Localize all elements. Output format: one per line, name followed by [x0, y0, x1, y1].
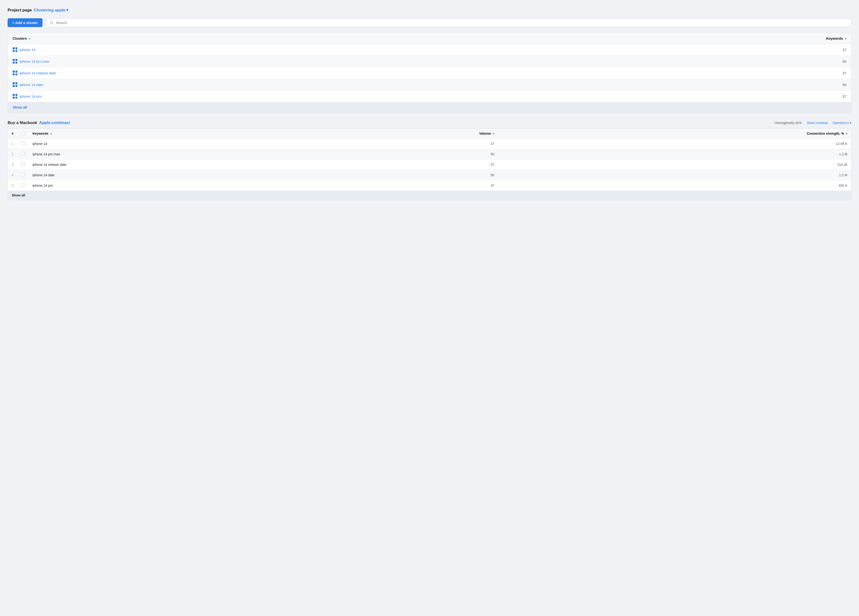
keyword-volume-cell: 37 — [332, 139, 498, 149]
cluster-table-row: iphone 14 pro 37 — [8, 91, 851, 102]
show-metatop-button[interactable]: Show metatop — [806, 121, 828, 125]
section-title: Buy a Macbook Apple.com/mac/ — [8, 120, 70, 125]
keyword-row-num: 3 — [8, 159, 17, 170]
search-box — [46, 19, 851, 27]
keyword-row-checkbox-cell[interactable] — [17, 180, 29, 191]
keyword-table-row: 3 iphone 14 release date 37 210.35 — [8, 159, 851, 170]
section-meta: Homogeneity 41% Show metatop Operations … — [775, 121, 851, 125]
section-header: Buy a Macbook Apple.com/mac/ Homogeneity… — [8, 119, 851, 125]
section-page-link[interactable]: Apple.com/mac/ — [39, 120, 70, 125]
clusters-show-all-row[interactable]: Show all — [8, 102, 851, 113]
col-volume-header[interactable]: Volume ▾ — [332, 128, 498, 139]
keyword-row-num: 1 — [8, 139, 17, 149]
keyword-row-num: 5 — [8, 180, 17, 191]
select-all-checkbox[interactable] — [21, 131, 25, 135]
keyword-name-cell: iphone 14 — [29, 139, 332, 149]
cluster-keywords-count: 50 — [547, 56, 851, 67]
keyword-name-cell: iphone 14 pro max — [29, 149, 332, 159]
keyword-connection-cell: 210.35 — [498, 159, 851, 170]
conn-sort-arrow-icon: ▾ — [846, 132, 847, 135]
col-num-header: # — [8, 128, 17, 139]
cluster-table-row: iphone 14 release date 37 — [8, 67, 851, 79]
project-name-text: Clustering apple — [34, 8, 65, 13]
clusters-show-all-cell[interactable]: Show all — [8, 102, 851, 113]
col-checkbox-header[interactable] — [17, 128, 29, 139]
keyword-connection-cell: 1.2 M — [498, 170, 851, 180]
cluster-icon — [12, 59, 17, 64]
keyword-checkbox[interactable] — [21, 141, 25, 145]
section-static-label: Buy a Macbook — [8, 120, 37, 125]
clusters-table: Clusters ▾ Keywords ▾ iphone 14 37 — [8, 33, 851, 113]
cluster-keywords-count: 37 — [547, 67, 851, 79]
page-header-static: Project page — [8, 8, 32, 13]
cluster-icon — [12, 70, 17, 75]
keyword-checkbox[interactable] — [21, 162, 25, 166]
operations-label: Operations — [832, 121, 849, 125]
keyword-connection-cell: 450 K — [498, 180, 851, 191]
keyword-table-row: 5 iphone 14 pro 37 450 K — [8, 180, 851, 191]
keyword-volume-cell: 50 — [332, 170, 498, 180]
cluster-icon — [12, 82, 17, 87]
cluster-name-text: iphone 14 date — [20, 83, 43, 87]
operations-arrow-icon: ▾ — [850, 121, 851, 125]
cluster-name-text: iphone 14 — [20, 48, 35, 52]
cluster-name-cell[interactable]: iphone 14 — [8, 44, 547, 56]
cluster-name-cell[interactable]: iphone 14 date — [8, 79, 547, 91]
clusters-col-header[interactable]: Clusters ▾ — [8, 33, 547, 44]
clusters-card: Clusters ▾ Keywords ▾ iphone 14 37 — [8, 33, 851, 113]
keywords-table-header-row: # Keywords ▾ Volume ▾ Connection strengt… — [8, 128, 851, 139]
keyword-table-row: 1 iphone 14 37 12.99 K — [8, 139, 851, 149]
keyword-volume-cell: 50 — [332, 149, 498, 159]
cluster-table-row: iphone 14 date 50 — [8, 79, 851, 91]
keywords-table: # Keywords ▾ Volume ▾ Connection strengt… — [8, 128, 851, 200]
svg-line-1 — [53, 23, 53, 25]
cluster-name-cell[interactable]: iphone 14 pro — [8, 91, 547, 102]
keyword-row-checkbox-cell[interactable] — [17, 139, 29, 149]
keywords-sort-arrow-icon: ▾ — [845, 37, 847, 40]
keywords-col-header[interactable]: Keywords ▾ — [547, 33, 851, 44]
keyword-row-checkbox-cell[interactable] — [17, 159, 29, 170]
homogeneity-label: Homogeneity 41% — [775, 121, 802, 125]
keywords-show-all-row[interactable]: Show all — [8, 191, 851, 200]
page-header: Project page Clustering apple ▾ — [8, 8, 851, 13]
keyword-checkbox[interactable] — [21, 173, 25, 177]
cluster-name-cell[interactable]: iphone 14 pro max — [8, 56, 547, 67]
clusters-sort-arrow-icon: ▾ — [29, 37, 30, 40]
clusters-table-header-row: Clusters ▾ Keywords ▾ — [8, 33, 851, 44]
keywords-show-all-cell[interactable]: Show all — [8, 191, 851, 200]
keyword-table-row: 2 iphone 14 pro max 50 1.2 M — [8, 149, 851, 159]
cluster-table-row: iphone 14 pro max 50 — [8, 56, 851, 67]
project-name-link[interactable]: Clustering apple ▾ — [34, 8, 69, 13]
cluster-name-text: iphone 14 release date — [20, 71, 56, 75]
kw-sort-arrow-icon: ▾ — [50, 132, 52, 135]
keywords-card: # Keywords ▾ Volume ▾ Connection strengt… — [8, 128, 851, 200]
keyword-checkbox[interactable] — [21, 183, 25, 187]
operations-button[interactable]: Operations ▾ — [832, 121, 851, 125]
col-connection-header[interactable]: Connection strength, % ▾ — [498, 128, 851, 139]
keyword-name-cell: iphone 14 release date — [29, 159, 332, 170]
keyword-row-checkbox-cell[interactable] — [17, 149, 29, 159]
keyword-checkbox[interactable] — [21, 152, 25, 156]
cluster-name-cell[interactable]: iphone 14 release date — [8, 67, 547, 79]
vol-sort-arrow-icon: ▾ — [493, 132, 494, 135]
add-cluster-button[interactable]: + Add a cluster — [8, 18, 42, 27]
cluster-keywords-count: 37 — [547, 91, 851, 102]
cluster-keywords-count: 50 — [547, 79, 851, 91]
search-input[interactable] — [56, 21, 848, 25]
cluster-icon — [12, 47, 17, 52]
cluster-icon — [12, 94, 17, 98]
cluster-keywords-count: 37 — [547, 44, 851, 56]
keyword-volume-cell: 37 — [332, 159, 498, 170]
cluster-table-row: iphone 14 37 — [8, 44, 851, 56]
keyword-table-row: 4 iphone 14 date 50 1.2 M — [8, 170, 851, 180]
keyword-row-checkbox-cell[interactable] — [17, 170, 29, 180]
toolbar: + Add a cluster — [8, 18, 851, 27]
keyword-connection-cell: 12.99 K — [498, 139, 851, 149]
keyword-row-num: 2 — [8, 149, 17, 159]
keyword-row-num: 4 — [8, 170, 17, 180]
col-keywords-header[interactable]: Keywords ▾ — [29, 128, 332, 139]
keyword-name-cell: iphone 14 pro — [29, 180, 332, 191]
keyword-name-cell: iphone 14 date — [29, 170, 332, 180]
dropdown-arrow-icon: ▾ — [66, 8, 69, 13]
keywords-section: Buy a Macbook Apple.com/mac/ Homogeneity… — [8, 119, 851, 200]
